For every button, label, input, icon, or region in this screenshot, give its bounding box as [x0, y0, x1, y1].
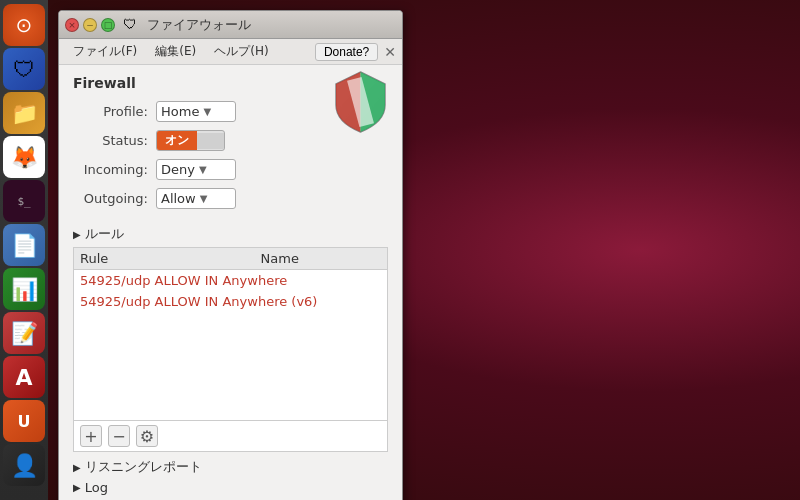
menu-file[interactable]: ファイル(F)	[65, 41, 145, 62]
incoming-dropdown-arrow: ▼	[199, 164, 207, 175]
close-x-button[interactable]: ✕	[384, 44, 396, 60]
ubuntu-one-icon: U	[18, 412, 31, 431]
status-toggle[interactable]: オン	[156, 130, 225, 151]
taskbar-icon-files[interactable]: 📄	[3, 224, 45, 266]
title-bar: × − □ 🛡 ファイアウォール	[59, 11, 402, 39]
menu-bar: ファイル(F) 編集(E) ヘルプ(H) Donate? ✕	[59, 39, 402, 65]
rules-table: Rule Name 54925/udp ALLOW IN Anywhere 54…	[73, 247, 388, 452]
ubuntu-icon: ⊙	[16, 13, 33, 37]
incoming-row: Incoming: Deny ▼	[73, 159, 236, 180]
profile-value: Home	[161, 104, 199, 119]
listening-collapse-arrow: ▶	[73, 462, 81, 473]
outgoing-label: Outgoing:	[73, 191, 148, 206]
taskbar-icon-shield[interactable]: 🛡	[3, 48, 45, 90]
taskbar-icon-appstore[interactable]: A	[3, 356, 45, 398]
remove-rule-button[interactable]: −	[108, 425, 130, 447]
col-name-header: Name	[261, 251, 381, 266]
close-button[interactable]: ×	[65, 18, 79, 32]
table-row[interactable]: 54925/udp ALLOW IN Anywhere (v6)	[74, 291, 387, 312]
person-icon: 👤	[11, 453, 38, 478]
rules-toolbar: + − ⚙	[74, 420, 387, 451]
firewall-section-title: Firewall	[73, 75, 236, 91]
maximize-button[interactable]: □	[101, 18, 115, 32]
incoming-value: Deny	[161, 162, 195, 177]
log-header[interactable]: ▶ Log	[73, 480, 388, 495]
incoming-dropdown[interactable]: Deny ▼	[156, 159, 236, 180]
files-icon: 📄	[11, 233, 38, 258]
appstore-icon: A	[15, 365, 32, 390]
log-title: Log	[85, 480, 108, 495]
listening-title: リスニングレポート	[85, 458, 202, 476]
profile-row: Profile: Home ▼	[73, 101, 236, 122]
outgoing-dropdown-arrow: ▼	[200, 193, 208, 204]
shield-logo	[333, 70, 388, 138]
firewall-settings: Firewall Profile: Home ▼ Status: オン	[73, 75, 236, 217]
listening-header[interactable]: ▶ リスニングレポート	[73, 458, 388, 476]
donate-button[interactable]: Donate?	[315, 43, 378, 61]
content-area: Firewall Profile: Home ▼ Status: オン	[59, 65, 402, 500]
status-label: Status:	[73, 133, 148, 148]
firefox-icon: 🦊	[11, 145, 38, 170]
profile-dropdown-arrow: ▼	[203, 106, 211, 117]
firewall-window: × − □ 🛡 ファイアウォール ファイル(F) 編集(E) ヘルプ(H) Do…	[58, 10, 403, 500]
window-title: ファイアウォール	[147, 16, 251, 34]
rules-header[interactable]: ▶ ルール	[73, 225, 388, 243]
taskbar-icon-person[interactable]: 👤	[3, 444, 45, 486]
taskbar: ⊙ 🛡 📁 🦊 $_ 📄 📊 📝 A U 👤	[0, 0, 48, 500]
window-controls: × − □	[65, 18, 115, 32]
rules-collapse-arrow: ▶	[73, 229, 81, 240]
taskbar-icon-ubuntu-one[interactable]: U	[3, 400, 45, 442]
settings-button[interactable]: ⚙	[136, 425, 158, 447]
taskbar-icon-spreadsheet[interactable]: 📊	[3, 268, 45, 310]
log-collapse-arrow: ▶	[73, 482, 81, 493]
window-icon: 🛡	[123, 16, 141, 34]
shield-taskbar-icon: 🛡	[13, 57, 35, 82]
main-area: × − □ 🛡 ファイアウォール ファイル(F) 編集(E) ヘルプ(H) Do…	[48, 0, 800, 500]
outgoing-dropdown[interactable]: Allow ▼	[156, 188, 236, 209]
shield-svg-icon	[333, 70, 388, 135]
profile-dropdown[interactable]: Home ▼	[156, 101, 236, 122]
taskbar-icon-folder[interactable]: 📁	[3, 92, 45, 134]
toggle-off-label	[197, 133, 224, 149]
menu-edit[interactable]: 編集(E)	[147, 41, 204, 62]
terminal-icon: $_	[17, 195, 30, 208]
rules-table-header: Rule Name	[74, 248, 387, 270]
taskbar-icon-firefox[interactable]: 🦊	[3, 136, 45, 178]
rule-text-2: 54925/udp ALLOW IN Anywhere (v6)	[80, 294, 317, 309]
taskbar-icon-terminal[interactable]: $_	[3, 180, 45, 222]
profile-label: Profile:	[73, 104, 148, 119]
status-row: Status: オン	[73, 130, 236, 151]
spreadsheet-icon: 📊	[11, 277, 38, 302]
col-rule-header: Rule	[80, 251, 261, 266]
listening-section: ▶ リスニングレポート	[73, 458, 388, 476]
add-rule-button[interactable]: +	[80, 425, 102, 447]
taskbar-icon-document[interactable]: 📝	[3, 312, 45, 354]
rules-table-body: 54925/udp ALLOW IN Anywhere 54925/udp AL…	[74, 270, 387, 420]
outgoing-row: Outgoing: Allow ▼	[73, 188, 236, 209]
document-icon: 📝	[11, 321, 38, 346]
folder-icon: 📁	[11, 101, 38, 126]
menu-help[interactable]: ヘルプ(H)	[206, 41, 276, 62]
rule-text-1: 54925/udp ALLOW IN Anywhere	[80, 273, 287, 288]
incoming-label: Incoming:	[73, 162, 148, 177]
table-row[interactable]: 54925/udp ALLOW IN Anywhere	[74, 270, 387, 291]
log-section: ▶ Log Rule(s) added	[73, 480, 388, 500]
rules-title: ルール	[85, 225, 124, 243]
taskbar-icon-ubuntu[interactable]: ⊙	[3, 4, 45, 46]
rules-section: ▶ ルール Rule Name 54925/udp ALLOW IN Anywh…	[73, 225, 388, 452]
minimize-button[interactable]: −	[83, 18, 97, 32]
toggle-on-label: オン	[157, 131, 197, 150]
outgoing-value: Allow	[161, 191, 196, 206]
